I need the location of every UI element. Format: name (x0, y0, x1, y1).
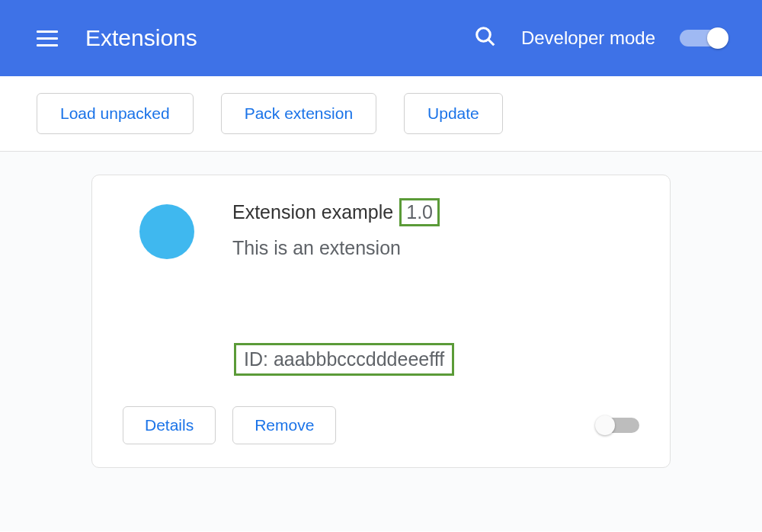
menu-icon[interactable] (37, 30, 58, 46)
extension-id: ID: aaabbbcccdddeeefff (234, 343, 454, 376)
extension-name: Extension example (232, 201, 393, 223)
developer-mode-toggle[interactable] (680, 30, 725, 46)
pack-extension-button[interactable]: Pack extension (221, 93, 376, 134)
extension-card: Extension example 1.0 This is an extensi… (91, 175, 671, 468)
developer-mode-label: Developer mode (521, 27, 655, 49)
content-area: Extension example 1.0 This is an extensi… (0, 152, 762, 531)
svg-line-1 (488, 40, 495, 46)
extension-version: 1.0 (399, 198, 440, 226)
page-title: Extensions (85, 25, 474, 51)
remove-button[interactable]: Remove (232, 406, 336, 444)
details-button[interactable]: Details (123, 406, 216, 444)
developer-toolbar: Load unpacked Pack extension Update (0, 76, 762, 152)
load-unpacked-button[interactable]: Load unpacked (37, 93, 194, 134)
svg-point-0 (477, 28, 491, 42)
header-bar: Extensions Developer mode (0, 0, 762, 76)
extension-enable-toggle[interactable] (597, 418, 639, 433)
update-button[interactable]: Update (404, 93, 503, 134)
extension-icon (139, 204, 194, 259)
extension-description: This is an extension (232, 237, 639, 259)
search-icon[interactable] (474, 25, 497, 51)
